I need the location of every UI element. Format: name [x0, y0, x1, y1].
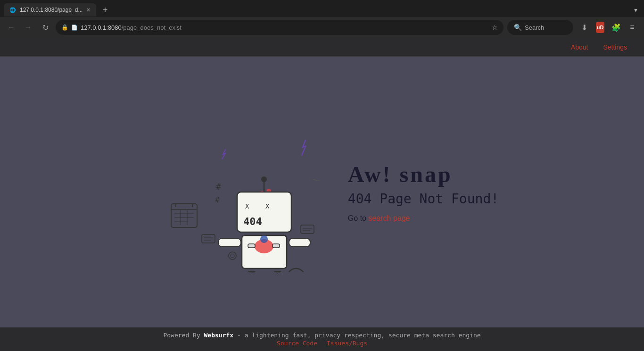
svg-rect-24 — [248, 244, 255, 248]
about-link[interactable]: About — [563, 39, 596, 56]
issues-bugs-link[interactable]: Issues/Bugs — [327, 340, 367, 347]
search-label: Search — [525, 24, 544, 31]
svg-rect-26 — [218, 238, 241, 247]
go-to-text: Go to search page — [348, 214, 499, 223]
extensions-button[interactable]: 🧩 — [609, 20, 623, 34]
address-path: /page_does_not_exist — [122, 24, 182, 31]
svg-text:X: X — [245, 202, 249, 210]
robot-svg: # — [145, 112, 320, 272]
error-subtitle: 404 Page Not Found! — [348, 191, 499, 207]
menu-icon: ≡ — [630, 23, 634, 32]
source-code-link[interactable]: Source Code — [277, 340, 317, 347]
go-to-label: Go to — [348, 214, 369, 222]
app-nav: About Settings — [0, 38, 644, 57]
svg-point-48 — [286, 268, 306, 272]
menu-button[interactable]: ≡ — [625, 20, 639, 34]
svg-text:#: # — [216, 182, 221, 192]
tab-close-button[interactable]: × — [86, 7, 90, 13]
tab-title: 127.0.0.1:8080/page_d... — [20, 7, 83, 13]
lock-icon: 🔒 — [61, 24, 68, 31]
extensions-icon: 🧩 — [611, 23, 621, 32]
error-text-block: Aw! snap 404 Page Not Found! Go to searc… — [348, 161, 499, 223]
svg-rect-40 — [202, 234, 215, 243]
footer-description: - a lightening fast, privacy respecting,… — [233, 332, 480, 339]
svg-rect-6 — [171, 204, 197, 227]
footer: Powered By Websurfx - a lightening fast,… — [0, 327, 644, 351]
search-bar[interactable]: 🔍 Search — [507, 20, 573, 35]
svg-text:404: 404 — [243, 216, 262, 227]
svg-rect-25 — [272, 244, 280, 248]
svg-point-46 — [229, 252, 236, 259]
refresh-button[interactable]: ↻ — [39, 21, 52, 34]
svg-text:X: X — [265, 202, 270, 210]
svg-rect-28 — [247, 271, 257, 272]
tab-favicon: 🌐 — [9, 7, 16, 13]
download-button[interactable]: ⬇ — [577, 20, 591, 34]
tab-bar: 🌐 127.0.0.1:8080/page_d... × + ▾ — [0, 0, 644, 17]
powered-by-text: Powered By — [163, 332, 204, 339]
ublock-icon: uD — [596, 22, 604, 33]
back-icon: ← — [8, 23, 15, 32]
forward-button[interactable]: → — [22, 21, 35, 34]
svg-point-47 — [231, 254, 234, 258]
nav-bar: ← → ↻ 🔒 📄 127.0.0.1:8080/page_does_not_e… — [0, 17, 644, 38]
address-bar[interactable]: 🔒 📄 127.0.0.1:8080/page_does_not_exist ☆ — [56, 20, 504, 35]
main-content: # — [0, 57, 644, 327]
search-page-link[interactable]: search page — [368, 214, 410, 222]
svg-rect-27 — [289, 238, 310, 247]
download-icon: ⬇ — [581, 23, 587, 32]
brand-name: Websurfx — [204, 332, 234, 339]
robot-illustration: # — [145, 112, 320, 272]
address-text: 127.0.0.1:8080/page_does_not_exist — [81, 24, 489, 31]
footer-powered-by: Powered By Websurfx - a lightening fast,… — [163, 332, 480, 339]
footer-links: Source Code Issues/Bugs — [277, 340, 367, 347]
tab-list-button[interactable]: ▾ — [631, 5, 640, 15]
settings-link[interactable]: Settings — [595, 39, 635, 56]
ublock-extension-button[interactable]: uD — [593, 20, 607, 34]
new-tab-button[interactable]: + — [100, 4, 111, 16]
address-host: 127.0.0.1:8080 — [81, 24, 122, 31]
search-icon: 🔍 — [514, 24, 522, 31]
active-tab[interactable]: 🌐 127.0.0.1:8080/page_d... × — [4, 3, 96, 17]
nav-actions: ⬇ uD 🧩 ≡ — [577, 20, 639, 34]
forward-icon: → — [25, 23, 32, 32]
svg-rect-43 — [301, 225, 314, 234]
bookmark-star-icon[interactable]: ☆ — [492, 24, 498, 31]
content-wrapper: # — [145, 112, 499, 272]
svg-point-23 — [260, 235, 268, 243]
error-title: Aw! snap — [348, 161, 499, 187]
svg-point-20 — [261, 176, 267, 182]
doc-icon: 📄 — [71, 25, 78, 31]
back-button[interactable]: ← — [5, 21, 18, 34]
refresh-icon: ↻ — [42, 23, 49, 32]
svg-text:#: # — [215, 195, 220, 204]
